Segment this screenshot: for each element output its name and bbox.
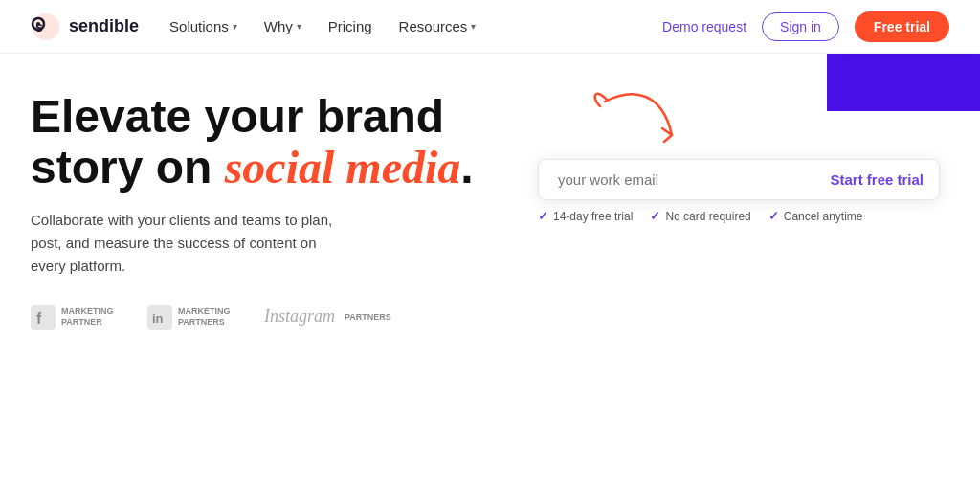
check-nocard: ✓ No card required (650, 209, 750, 223)
nav-solutions[interactable]: Solutions ▾ (169, 18, 237, 34)
navbar: s sendible Solutions ▾ Why ▾ Pricing Res… (0, 0, 980, 54)
start-trial-button[interactable]: Start free trial (822, 168, 931, 192)
free-trial-button[interactable]: Free trial (855, 11, 949, 42)
facebook-partner-text: Marketing Partner (61, 307, 128, 328)
hero-section: Elevate your brand story on social media… (0, 54, 980, 500)
svg-text:f: f (36, 310, 42, 327)
email-input[interactable] (558, 171, 822, 188)
hero-heading: Elevate your brand story on social media… (31, 92, 547, 193)
linkedin-logo: in (147, 305, 172, 330)
facebook-partner: f Marketing Partner (31, 305, 128, 330)
nav-why[interactable]: Why ▾ (264, 18, 301, 34)
nav-left: s sendible Solutions ▾ Why ▾ Pricing Res… (31, 11, 476, 42)
logo[interactable]: s sendible (31, 11, 139, 42)
purple-background-shape (827, 54, 980, 111)
facebook-logo: f (31, 305, 56, 330)
resources-chevron-icon: ▾ (471, 21, 476, 32)
hero-highlight: social media (225, 142, 461, 193)
social-cards-area: f Facebook Twitter in (597, 54, 980, 111)
check-icon-2: ✓ (650, 209, 660, 223)
check-14day: ✓ 14-day free trial (538, 209, 633, 223)
signin-button[interactable]: Sign in (762, 12, 839, 41)
why-chevron-icon: ▾ (297, 21, 301, 32)
check-cancel: ✓ Cancel anytime (768, 209, 863, 223)
brand-name: sendible (69, 16, 139, 36)
hero-subtext: Collaborate with your clients and teams … (31, 209, 337, 278)
linkedin-partner-text: MARKETING PARTNERS (178, 307, 245, 328)
nav-pricing[interactable]: Pricing (328, 18, 372, 34)
svg-text:in: in (152, 311, 164, 326)
demo-request-link[interactable]: Demo request (662, 19, 746, 34)
partners-row: f Marketing Partner in MARKETING PARTNER… (31, 305, 547, 330)
svg-point-3 (36, 22, 40, 26)
check-icon-1: ✓ (538, 209, 548, 223)
form-checks: ✓ 14-day free trial ✓ No card required ✓… (538, 209, 862, 223)
instagram-partner: Instagram PARTNERS (264, 307, 391, 327)
svg-rect-4 (31, 305, 56, 330)
nav-resources[interactable]: Resources ▾ (399, 18, 477, 34)
hero-left: Elevate your brand story on social media… (31, 92, 547, 330)
instagram-partner-text: PARTNERS (345, 312, 391, 322)
nav-right: Demo request Sign in Free trial (662, 11, 949, 42)
logo-icon: s (31, 11, 61, 42)
email-form: Start free trial (538, 159, 940, 200)
linkedin-partner: in MARKETING PARTNERS (147, 305, 245, 330)
instagram-logo-text: Instagram (264, 307, 335, 327)
nav-links: Solutions ▾ Why ▾ Pricing Resources ▾ (169, 18, 476, 34)
solutions-chevron-icon: ▾ (233, 21, 237, 32)
check-icon-3: ✓ (768, 209, 779, 223)
